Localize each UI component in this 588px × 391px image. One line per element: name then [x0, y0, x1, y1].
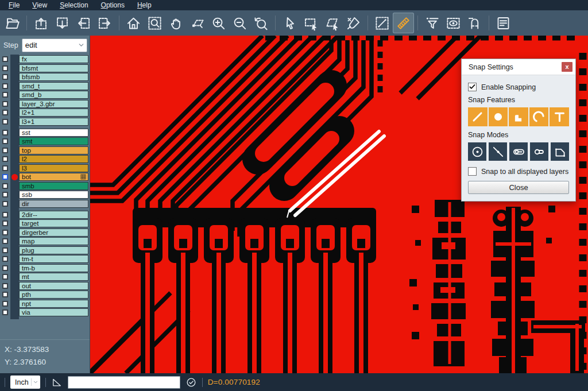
- layer-name[interactable]: out: [19, 282, 88, 290]
- select-cursor-button[interactable]: [279, 13, 300, 33]
- layer-checkbox[interactable]: [2, 283, 8, 289]
- measure-ruler-button[interactable]: [393, 13, 414, 33]
- snap-keyhole-button[interactable]: [530, 142, 548, 161]
- view-options-button[interactable]: [443, 13, 464, 33]
- layer-checkbox[interactable]: [2, 119, 8, 125]
- layer-name[interactable]: smb: [19, 182, 88, 190]
- layer-name[interactable]: dir: [19, 200, 88, 208]
- filter-button[interactable]: [421, 13, 443, 33]
- snap-arc-button[interactable]: [529, 107, 549, 126]
- layer-checkbox[interactable]: [2, 230, 8, 235]
- layer-row-dir[interactable]: dir: [0, 200, 90, 208]
- layer-row-ssb[interactable]: ssb: [0, 191, 90, 199]
- open-file-button[interactable]: [2, 13, 23, 33]
- layer-row-sst[interactable]: sst: [0, 129, 90, 137]
- layer-row-smt[interactable]: smt: [0, 137, 90, 145]
- snap-on-line-button[interactable]: [489, 142, 507, 161]
- layer-checkbox[interactable]: [2, 301, 8, 307]
- layer-checkbox[interactable]: [2, 74, 8, 80]
- measure-points-button[interactable]: [372, 13, 393, 33]
- layer-checkbox[interactable]: [2, 148, 8, 153]
- layer-name[interactable]: l2+1: [19, 109, 88, 117]
- layer-checkbox[interactable]: [2, 56, 8, 62]
- layer-checkbox[interactable]: [2, 165, 8, 171]
- layer-name[interactable]: 2dir--: [19, 211, 88, 219]
- layer-checkbox[interactable]: [2, 130, 8, 136]
- layer-row-l3[interactable]: l3: [0, 164, 90, 172]
- layer-name[interactable]: dirgerber: [19, 229, 88, 237]
- layer-name[interactable]: fx: [19, 55, 88, 63]
- move-up-button[interactable]: [30, 13, 52, 33]
- clear-selection-button[interactable]: [343, 13, 364, 33]
- layer-name[interactable]: bot: [19, 173, 88, 181]
- layer-name[interactable]: via: [19, 308, 88, 316]
- layer-checkbox[interactable]: [2, 238, 8, 244]
- layer-row-fx[interactable]: fx: [0, 55, 90, 63]
- layer-name[interactable]: tm-t: [19, 255, 88, 263]
- layer-name[interactable]: npt: [19, 300, 88, 308]
- layer-checkbox[interactable]: [2, 138, 8, 144]
- menu-file[interactable]: File: [2, 0, 26, 10]
- layer-name[interactable]: l2: [19, 155, 88, 163]
- layer-checkbox[interactable]: [2, 212, 8, 218]
- move-left-button[interactable]: [73, 13, 94, 33]
- layer-row-smd_b[interactable]: smd_b: [0, 91, 90, 99]
- pcb-canvas[interactable]: Snap Settings x Enable Snapping Snap Fea…: [90, 36, 588, 373]
- snap-slot-button[interactable]: [509, 142, 528, 161]
- layer-checkbox[interactable]: [2, 174, 8, 180]
- layer-name[interactable]: tm-b: [19, 264, 88, 272]
- menu-help[interactable]: Help: [131, 0, 158, 10]
- layer-checkbox[interactable]: [2, 247, 8, 253]
- zoom-out-button[interactable]: [229, 13, 250, 33]
- layer-row-tm-t[interactable]: tm-t: [0, 255, 90, 263]
- layer-checkbox[interactable]: [2, 220, 8, 226]
- snap-center-button[interactable]: [468, 142, 486, 161]
- layer-row-dirgerber[interactable]: dirgerber: [0, 229, 90, 237]
- layer-name[interactable]: layer_3.gbr: [19, 100, 88, 108]
- move-right-button[interactable]: [94, 13, 115, 33]
- layer-checkbox[interactable]: [2, 92, 8, 98]
- layer-row-top[interactable]: top: [0, 146, 90, 154]
- layer-checkbox[interactable]: [2, 192, 8, 198]
- pan-button[interactable]: [165, 13, 187, 33]
- dialog-title-bar[interactable]: Snap Settings x: [462, 59, 575, 75]
- layer-checkbox[interactable]: [2, 309, 8, 315]
- layer-checkbox[interactable]: [2, 65, 8, 71]
- select-polygon-button[interactable]: [322, 13, 343, 33]
- layer-row-map[interactable]: map: [0, 237, 90, 245]
- layer-name[interactable]: sst: [19, 129, 88, 137]
- layer-row-npt[interactable]: npt: [0, 300, 90, 308]
- snap-pad-button[interactable]: [489, 107, 508, 126]
- layer-row-2dir--[interactable]: 2dir--: [0, 211, 90, 219]
- layer-name[interactable]: bfsmt: [19, 64, 88, 72]
- layer-checkbox[interactable]: [2, 256, 8, 262]
- layer-row-mt[interactable]: mt: [0, 273, 90, 281]
- layer-row-l2+1[interactable]: l2+1: [0, 109, 90, 117]
- apply-check-icon[interactable]: [185, 377, 197, 388]
- layer-row-bfsmb[interactable]: bfsmb: [0, 73, 90, 81]
- all-layers-row[interactable]: Snap to all displayed layers: [468, 167, 569, 176]
- menu-options[interactable]: Options: [95, 0, 131, 10]
- zoom-previous-button[interactable]: [250, 13, 272, 33]
- layer-checkbox[interactable]: [2, 110, 8, 115]
- select-rectangle-button[interactable]: [300, 13, 322, 33]
- layer-name[interactable]: smt: [19, 137, 88, 145]
- move-down-button[interactable]: [52, 13, 73, 33]
- layer-name[interactable]: map: [19, 237, 88, 245]
- layer-row-pth[interactable]: pth: [0, 291, 90, 299]
- snap-surface-button[interactable]: [509, 107, 528, 126]
- layer-row-l3+1[interactable]: l3+1: [0, 118, 90, 126]
- layer-name[interactable]: l3+1: [19, 118, 88, 126]
- layer-checkbox[interactable]: [2, 292, 8, 297]
- layer-checkbox[interactable]: [2, 265, 8, 271]
- snap-line-button[interactable]: [468, 107, 488, 126]
- layer-row-plug[interactable]: plug: [0, 246, 90, 254]
- all-layers-checkbox[interactable]: [468, 167, 477, 176]
- layer-name[interactable]: target: [19, 219, 88, 227]
- layer-checkbox[interactable]: [2, 274, 8, 280]
- layer-row-l2[interactable]: l2: [0, 155, 90, 163]
- layer-row-via[interactable]: via: [0, 308, 90, 316]
- command-input[interactable]: [68, 376, 180, 389]
- dialog-close-button[interactable]: x: [562, 62, 572, 72]
- layer-name[interactable]: l3: [19, 164, 88, 172]
